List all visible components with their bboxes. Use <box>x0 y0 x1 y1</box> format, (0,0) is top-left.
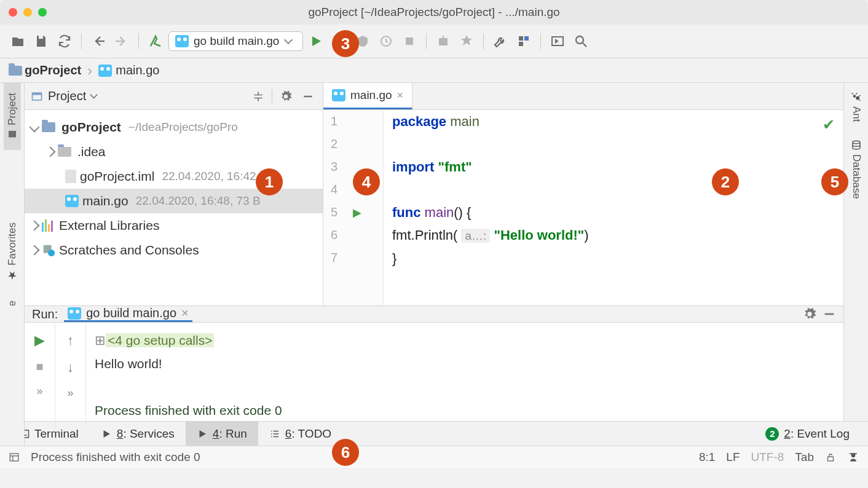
tree-scratches[interactable]: Scratches and Consoles <box>25 238 323 262</box>
save-icon[interactable] <box>31 31 52 52</box>
tree-item-main-go[interactable]: main.go 22.04.2020, 16:48, 73 B <box>25 189 323 213</box>
profile-icon[interactable] <box>376 31 397 52</box>
status-bar: Process finished with exit code 0 8:1 LF… <box>0 446 868 468</box>
chevron-right-icon: › <box>87 62 92 79</box>
line-separator[interactable]: LF <box>726 451 740 464</box>
svg-point-14 <box>853 95 856 98</box>
gopher-icon <box>68 307 81 320</box>
scratches-icon <box>42 243 55 257</box>
rerun-icon[interactable]: ▶ <box>34 333 45 348</box>
settings-wrench-icon[interactable] <box>490 31 511 52</box>
gutter[interactable]: 1 2 3 4 5▶ 6 7 <box>323 110 384 305</box>
cursor-position[interactable]: 8:1 <box>699 451 715 464</box>
stripe-tab-favorites[interactable]: ★Favorites <box>3 215 22 289</box>
tree-root[interactable]: goProject ~/IdeaProjects/goPro <box>25 115 323 140</box>
hide-icon[interactable] <box>299 88 317 105</box>
svg-point-16 <box>853 141 860 144</box>
minimize-window-button[interactable] <box>23 8 32 17</box>
project-tree[interactable]: goProject ~/IdeaProjects/goPro .idea goP… <box>25 110 323 305</box>
tree-external-libs[interactable]: External Libraries <box>25 213 323 238</box>
editor: main.go × ✔ 1 2 3 4 5▶ 6 7 package main … <box>323 83 843 305</box>
inspection-ok-icon: ✔ <box>823 116 835 133</box>
back-icon[interactable] <box>88 31 109 52</box>
project-panel-title[interactable]: Project <box>48 89 86 103</box>
sync-icon[interactable] <box>54 31 75 52</box>
zoom-window-button[interactable] <box>38 8 47 17</box>
run-icon[interactable] <box>306 31 326 52</box>
close-window-button[interactable] <box>9 8 17 17</box>
window-icon <box>31 90 43 103</box>
folder-icon <box>42 122 55 132</box>
editor-body[interactable]: ✔ 1 2 3 4 5▶ 6 7 package main import "fm… <box>323 110 843 305</box>
svg-rect-5 <box>524 36 529 41</box>
stripe-tab-project[interactable]: Project <box>4 83 21 150</box>
up-icon[interactable]: ↑ <box>67 333 74 348</box>
close-icon[interactable]: × <box>181 306 189 320</box>
stop-icon[interactable]: ■ <box>36 360 43 374</box>
vcs-update-icon[interactable] <box>433 31 454 52</box>
svg-point-13 <box>48 250 55 256</box>
status-message: Process finished with exit code 0 <box>31 451 200 464</box>
run-tab[interactable]: go build main.go × <box>64 306 192 322</box>
lock-icon[interactable] <box>825 452 836 463</box>
svg-rect-11 <box>33 93 42 95</box>
breadcrumb-project[interactable]: goProject <box>9 63 81 77</box>
run-config-label: go build main.go <box>194 34 279 48</box>
project-panel-header: Project <box>25 83 323 110</box>
svg-rect-2 <box>406 37 413 45</box>
expand-icon[interactable] <box>30 122 40 133</box>
chevron-down-icon[interactable] <box>90 91 98 99</box>
run-output[interactable]: ⊞<4 go setup calls> Hello world! Process… <box>86 323 291 428</box>
gopher-icon <box>332 89 345 101</box>
open-icon[interactable] <box>7 31 28 52</box>
libraries-icon <box>42 219 55 232</box>
vcs-commit-icon[interactable] <box>456 31 477 52</box>
gopher-icon <box>98 65 112 77</box>
indent-mode[interactable]: Tab <box>795 451 814 464</box>
svg-rect-22 <box>828 457 834 461</box>
tab-todo[interactable]: 6: TODO <box>258 422 342 446</box>
inspector-icon[interactable] <box>847 451 859 463</box>
search-icon[interactable] <box>570 31 591 52</box>
annotation-6: 6 <box>332 439 359 466</box>
run-gutter-icon[interactable]: ▶ <box>353 206 361 219</box>
gear-icon[interactable] <box>803 307 816 321</box>
run-side-actions-2: ↑ ↓ » <box>55 323 86 428</box>
annotation-3: 3 <box>332 30 359 57</box>
close-icon[interactable]: × <box>397 89 404 102</box>
tab-services[interactable]: 8: Services <box>90 422 186 446</box>
breadcrumb-file[interactable]: main.go <box>98 63 159 77</box>
hide-icon[interactable] <box>823 307 836 321</box>
run-anything-icon[interactable] <box>547 31 568 52</box>
project-structure-icon[interactable] <box>513 31 534 52</box>
editor-tab-main-go[interactable]: main.go × <box>323 83 412 109</box>
collapse-icon[interactable] <box>250 88 267 105</box>
stripe-tab-ant[interactable]: Ant <box>848 83 865 131</box>
tab-eventlog[interactable]: 2 2: Event Log <box>754 422 861 446</box>
stripe-tab-database[interactable]: Database <box>848 131 865 208</box>
run-config-selector[interactable]: go build main.go <box>168 31 303 51</box>
build-icon[interactable] <box>145 31 166 52</box>
forward-icon[interactable] <box>111 31 132 52</box>
annotation-2: 2 <box>712 168 739 195</box>
tree-item-idea[interactable]: .idea <box>25 140 323 164</box>
folder-icon <box>58 147 71 157</box>
run-tool-window: Run: go build main.go × ▶ ■ » ↑ ↓ » ⊞<4 … <box>25 305 843 421</box>
more-icon[interactable]: » <box>36 385 42 398</box>
file-encoding[interactable]: UTF-8 <box>751 451 784 464</box>
stop-icon[interactable] <box>399 31 420 52</box>
svg-rect-24 <box>850 453 857 454</box>
tool-windows-icon[interactable] <box>9 452 20 463</box>
code-area[interactable]: package main import "fmt" func main() { … <box>384 110 589 305</box>
down-icon[interactable]: ↓ <box>67 360 74 376</box>
run-header: Run: go build main.go × <box>25 306 843 323</box>
project-tool-window: Project goProject ~/IdeaProjects/goPro .… <box>25 83 323 305</box>
gear-icon[interactable] <box>277 88 294 105</box>
svg-rect-9 <box>9 131 16 138</box>
svg-rect-6 <box>519 42 523 46</box>
tab-run[interactable]: 4: Run <box>186 422 258 446</box>
expand-icon[interactable] <box>45 147 56 157</box>
more-icon[interactable]: » <box>67 387 73 399</box>
expand-icon[interactable] <box>30 245 40 256</box>
expand-icon[interactable] <box>30 221 40 231</box>
